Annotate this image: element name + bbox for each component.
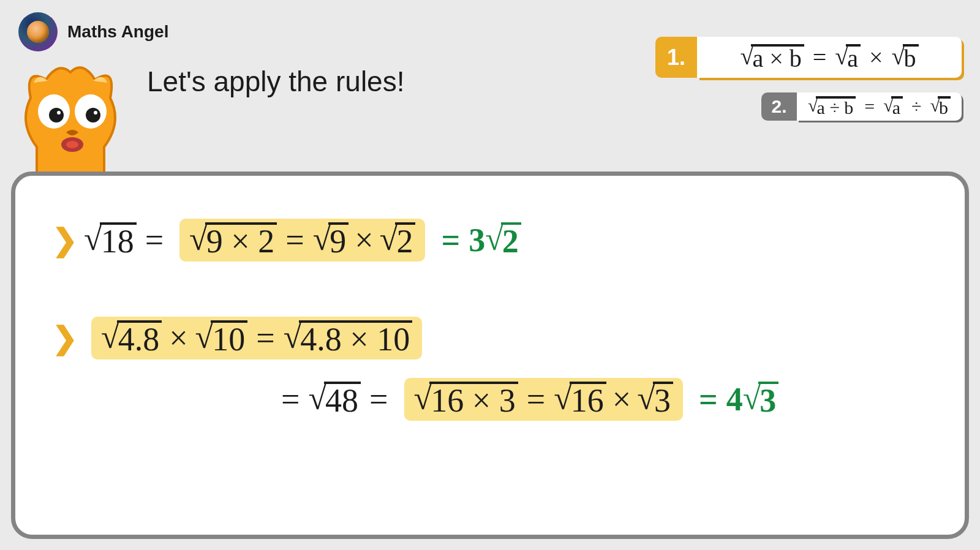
times-sign: ×	[355, 221, 373, 259]
ex2-prod-val: 48	[324, 382, 361, 417]
sqrt-4.8x10: √4.8 × 10	[284, 320, 413, 356]
ex2-result-coef: 4	[726, 380, 743, 418]
sqrt-9: √9	[313, 222, 349, 258]
sqrt-16x3: √16 × 3	[414, 382, 518, 417]
ex2-a: 4.8	[117, 320, 162, 356]
sqrt-icon: √a ÷ b	[808, 96, 856, 117]
equals-sign: =	[145, 221, 164, 259]
sqrt-2: √2	[380, 222, 416, 258]
ex2-split-b: 3	[653, 382, 673, 417]
sqrt-icon: √b	[930, 96, 951, 117]
ex2-highlight-1: √4.8 × √10 = √4.8 × 10	[91, 317, 422, 360]
rule-1-formula: √a × b = √a × √b	[697, 37, 962, 78]
example-2-line-1: ❯ √4.8 × √10 = √4.8 × 10	[52, 317, 940, 360]
sqrt-16: √16	[554, 382, 606, 417]
equals-sign: =	[813, 43, 827, 72]
svg-point-2	[49, 108, 64, 122]
svg-point-5	[94, 111, 97, 115]
example-2-line-2: = √48 = √16 × 3 = √16 × √3 = 4 √3	[273, 378, 940, 421]
equals-sign: =	[285, 221, 304, 259]
chevron-icon: ❯	[52, 222, 70, 258]
page-title: Let's apply the rules!	[147, 65, 404, 98]
rule-1: 1. √a × b = √a × √b	[655, 37, 962, 78]
equals-sign: =	[699, 380, 718, 418]
rule-2: 2. √a ÷ b = √a ÷ √b	[761, 92, 962, 121]
sqrt-3: √3	[637, 382, 673, 417]
equals-sign: =	[441, 221, 460, 259]
ex2-split-a: 16	[570, 382, 606, 417]
ex1-split-b: 2	[395, 222, 415, 258]
ex2-highlight-2: √16 × 3 = √16 × √3	[404, 378, 683, 421]
rule-1-number: 1.	[655, 37, 697, 78]
cat-mascot-icon	[12, 55, 129, 184]
times-sign: ×	[169, 319, 187, 357]
rule-2-lhs: a ÷ b	[816, 96, 856, 117]
ex2-factored: 16 × 3	[429, 382, 518, 417]
ex2-prod-body: 4.8 × 10	[299, 320, 412, 356]
sqrt-10: √10	[195, 320, 248, 356]
ex1-factored: 9 × 2	[205, 222, 277, 258]
logo-icon	[18, 12, 58, 51]
example-1: ❯ √18 = √9 × 2 = √9 × √2 = 3 √2	[52, 219, 940, 262]
sqrt-result-icon: √3	[743, 382, 779, 417]
svg-point-4	[57, 111, 61, 115]
ex2-result: 4 √3	[726, 380, 779, 418]
sqrt-icon: √a	[883, 96, 903, 117]
equals-sign: =	[256, 319, 274, 357]
divide-sign: ÷	[911, 96, 921, 117]
sqrt-9x2: √9 × 2	[189, 222, 277, 258]
equals-sign: =	[281, 380, 300, 418]
ex1-result: 3 √2	[469, 221, 521, 259]
rules-panel: 1. √a × b = √a × √b 2. √a ÷ b = √a ÷ √b	[655, 37, 962, 121]
sqrt-48: √48	[308, 382, 361, 417]
sqrt-result-icon: √2	[485, 222, 521, 258]
times-sign: ×	[869, 43, 883, 72]
ex1-start: 18	[100, 222, 137, 258]
rule-2-formula: √a ÷ b = √a ÷ √b	[797, 92, 962, 121]
svg-point-7	[66, 141, 78, 148]
equals-sign: =	[369, 380, 388, 418]
chevron-icon: ❯	[52, 320, 70, 356]
ex1-highlight: √9 × 2 = √9 × √2	[179, 219, 425, 262]
ex1-split-a: 9	[328, 222, 349, 258]
ex1-result-rad: 2	[501, 222, 521, 258]
ex2-b: 10	[211, 320, 247, 356]
times-sign: ×	[612, 380, 631, 418]
svg-point-3	[86, 108, 100, 122]
ex2-result-rad: 3	[758, 382, 778, 417]
sqrt-icon: √b	[892, 44, 919, 71]
work-board: ❯ √18 = √9 × 2 = √9 × √2 = 3 √2 ❯ √4.8 ×…	[11, 171, 969, 539]
sqrt-4.8: √4.8	[101, 320, 162, 356]
rule-2-number: 2.	[761, 92, 797, 121]
equals-sign: =	[864, 96, 875, 117]
rule-1-lhs: a × b	[751, 44, 804, 71]
sqrt-18: √18	[84, 222, 137, 258]
sqrt-icon: √a	[835, 44, 861, 71]
brand-name: Maths Angel	[67, 22, 168, 42]
equals-sign: =	[527, 380, 545, 418]
ex1-result-coef: 3	[469, 221, 485, 259]
sqrt-icon: √a × b	[740, 44, 804, 71]
